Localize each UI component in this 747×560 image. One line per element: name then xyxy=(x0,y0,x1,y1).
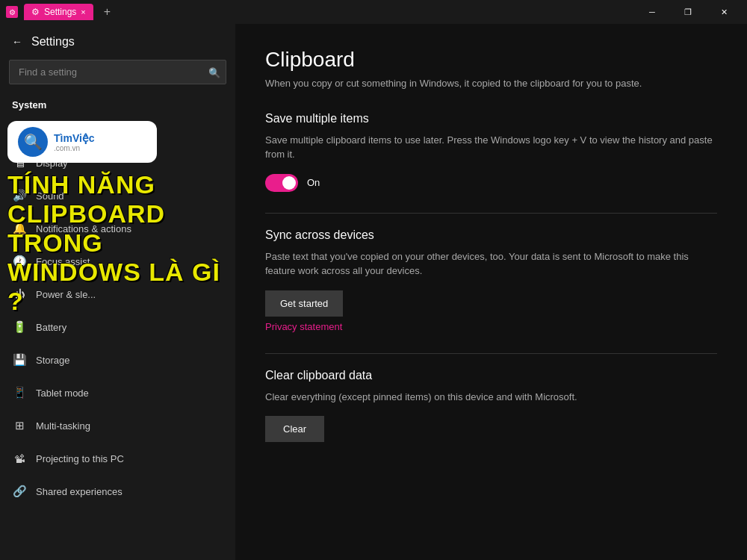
app-container: ← Settings 🔍 System ⌂ Home 🖥 Display 🔊 S… xyxy=(0,24,747,560)
sidebar: ← Settings 🔍 System ⌂ Home 🖥 Display 🔊 S… xyxy=(0,24,235,560)
clear-button[interactable]: Clear xyxy=(265,416,324,442)
settings-tab[interactable]: ⚙ Settings × xyxy=(24,4,93,20)
sidebar-item-label: Tablet mode xyxy=(36,388,89,399)
toggle-row: On xyxy=(265,174,717,192)
maximize-button[interactable]: ❐ xyxy=(671,0,705,24)
sidebar-item-tablet[interactable]: 📱 Tablet mode xyxy=(0,376,235,409)
tab-icon: ⚙ xyxy=(31,7,40,17)
sidebar-header: ← Settings xyxy=(0,24,235,60)
sidebar-item-label: Multi-tasking xyxy=(36,420,90,432)
storage-icon: 💾 xyxy=(12,352,27,367)
back-button[interactable]: ← xyxy=(12,36,22,48)
save-section-title: Save multiple items xyxy=(265,112,717,125)
logo-text: TìmViệc xyxy=(54,132,95,144)
sidebar-item-multitasking[interactable]: ⊞ Multi-tasking xyxy=(0,409,235,442)
sidebar-header-title: Settings xyxy=(31,35,75,49)
search-icon: 🔍 xyxy=(208,66,220,78)
section-divider-2 xyxy=(265,353,717,354)
app-icon: ⚙ xyxy=(6,6,18,18)
sidebar-item-projecting[interactable]: 📽 Projecting to this PC xyxy=(0,442,235,475)
titlebar: ⚙ ⚙ Settings × + ─ ❐ ✕ xyxy=(0,0,747,24)
sidebar-item-shared[interactable]: 🔗 Shared experiences xyxy=(0,475,235,508)
toggle-label: On xyxy=(307,177,320,188)
sidebar-item-label: Projecting to this PC xyxy=(36,453,124,464)
save-description: Save multiple clipboard items to use lat… xyxy=(265,133,717,162)
new-tab-button[interactable]: + xyxy=(99,5,115,19)
search-box: 🔍 xyxy=(9,60,226,84)
tablet-icon: 📱 xyxy=(12,385,27,400)
logo-sub: .com.vn xyxy=(54,144,95,152)
watermark-line2: TRONG WINDOWS LÀ GÌ ? xyxy=(7,228,228,316)
sidebar-item-storage[interactable]: 💾 Storage xyxy=(0,343,235,376)
section-divider xyxy=(265,213,717,214)
multitasking-icon: ⊞ xyxy=(12,418,27,433)
overlay-container: 🔍 TìmViệc .com.vn TÍNH NĂNG CLIPBOARD TR… xyxy=(7,121,228,316)
search-input[interactable] xyxy=(9,60,226,84)
page-title: Clipboard xyxy=(265,48,717,72)
sidebar-item-label: Shared experiences xyxy=(36,486,123,497)
sidebar-item-label: Storage xyxy=(36,355,70,366)
minimize-button[interactable]: ─ xyxy=(635,0,669,24)
watermark-line1: TÍNH NĂNG CLIPBOARD xyxy=(7,170,228,228)
logo-icon: 🔍 xyxy=(18,127,48,157)
tab-label: Settings xyxy=(44,7,76,17)
privacy-link[interactable]: Privacy statement xyxy=(265,321,717,332)
shared-icon: 🔗 xyxy=(12,484,27,499)
clear-description: Clear everything (except pinned items) o… xyxy=(265,390,717,405)
page-description: When you copy or cut something in Window… xyxy=(265,76,717,91)
battery-icon: 🔋 xyxy=(12,320,27,335)
sidebar-section-system: System xyxy=(0,93,235,113)
content-area: Clipboard When you copy or cut something… xyxy=(235,24,747,560)
logo-box: 🔍 TìmViệc .com.vn xyxy=(7,121,157,163)
sidebar-item-label: Battery xyxy=(36,322,66,333)
get-started-button[interactable]: Get started xyxy=(265,290,343,317)
close-button[interactable]: ✕ xyxy=(707,0,741,24)
toggle-knob xyxy=(282,176,296,190)
clear-section-title: Clear clipboard data xyxy=(265,369,717,382)
sync-description: Paste text that you've copied on your ot… xyxy=(265,249,717,279)
logo-text-container: TìmViệc .com.vn xyxy=(54,132,95,152)
save-multiple-toggle[interactable] xyxy=(265,174,298,192)
window-controls: ─ ❐ ✕ xyxy=(635,0,741,24)
watermark-text: TÍNH NĂNG CLIPBOARD TRONG WINDOWS LÀ GÌ … xyxy=(7,170,228,316)
tab-close-icon[interactable]: × xyxy=(81,7,85,16)
sync-section-title: Sync across devices xyxy=(265,228,717,242)
projecting-icon: 📽 xyxy=(12,451,27,466)
